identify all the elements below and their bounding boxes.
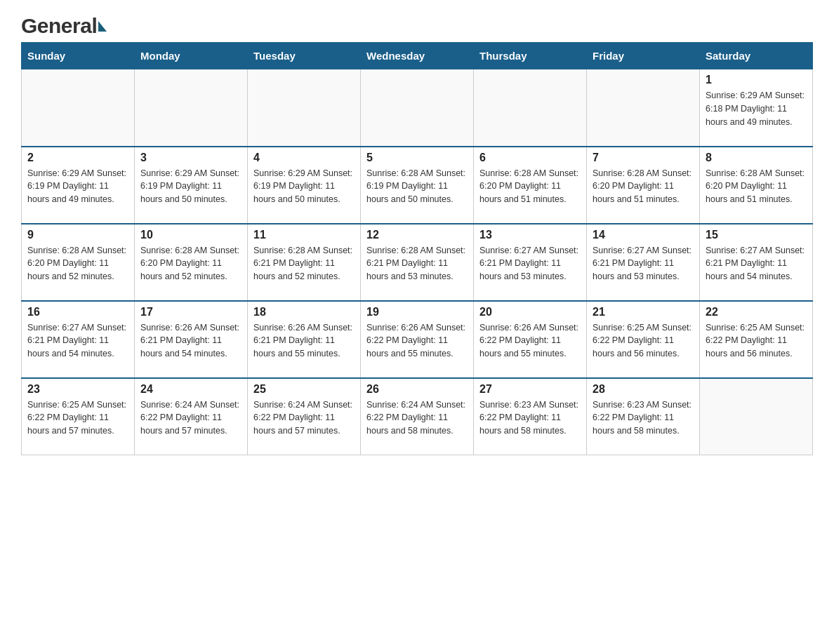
col-wednesday: Wednesday	[361, 43, 474, 69]
calendar-cell	[135, 69, 248, 147]
day-number: 20	[479, 306, 581, 318]
day-info: Sunrise: 6:25 AM Sunset: 6:22 PM Dayligh…	[593, 321, 694, 361]
day-number: 22	[706, 306, 807, 318]
day-number: 28	[593, 383, 694, 396]
calendar-cell: 2Sunrise: 6:29 AM Sunset: 6:19 PM Daylig…	[22, 147, 135, 224]
day-number: 5	[366, 152, 468, 164]
day-info: Sunrise: 6:28 AM Sunset: 6:20 PM Dayligh…	[140, 244, 241, 283]
day-number: 12	[366, 229, 468, 241]
day-info: Sunrise: 6:26 AM Sunset: 6:21 PM Dayligh…	[140, 321, 241, 361]
day-number: 26	[366, 383, 468, 396]
day-info: Sunrise: 6:28 AM Sunset: 6:20 PM Dayligh…	[27, 244, 128, 283]
calendar-cell: 28Sunrise: 6:23 AM Sunset: 6:22 PM Dayli…	[587, 378, 700, 455]
calendar-cell: 1Sunrise: 6:29 AM Sunset: 6:18 PM Daylig…	[700, 69, 813, 147]
calendar-cell: 24Sunrise: 6:24 AM Sunset: 6:22 PM Dayli…	[135, 378, 248, 455]
day-info: Sunrise: 6:29 AM Sunset: 6:19 PM Dayligh…	[27, 167, 128, 206]
day-info: Sunrise: 6:29 AM Sunset: 6:19 PM Dayligh…	[140, 167, 241, 206]
day-info: Sunrise: 6:26 AM Sunset: 6:22 PM Dayligh…	[479, 321, 581, 361]
calendar-row: 23Sunrise: 6:25 AM Sunset: 6:22 PM Dayli…	[22, 378, 813, 455]
day-number: 4	[253, 152, 355, 164]
day-number: 24	[140, 383, 241, 396]
day-number: 17	[140, 306, 241, 318]
calendar-cell: 20Sunrise: 6:26 AM Sunset: 6:22 PM Dayli…	[474, 301, 587, 378]
day-info: Sunrise: 6:26 AM Sunset: 6:21 PM Dayligh…	[253, 321, 355, 361]
calendar-cell: 22Sunrise: 6:25 AM Sunset: 6:22 PM Dayli…	[700, 301, 813, 378]
calendar-cell: 13Sunrise: 6:27 AM Sunset: 6:21 PM Dayli…	[474, 224, 587, 301]
calendar-cell: 6Sunrise: 6:28 AM Sunset: 6:20 PM Daylig…	[474, 147, 587, 224]
calendar-cell: 9Sunrise: 6:28 AM Sunset: 6:20 PM Daylig…	[22, 224, 135, 301]
day-info: Sunrise: 6:28 AM Sunset: 6:20 PM Dayligh…	[593, 167, 694, 206]
day-number: 18	[253, 306, 355, 318]
day-info: Sunrise: 6:27 AM Sunset: 6:21 PM Dayligh…	[593, 244, 694, 283]
col-tuesday: Tuesday	[248, 43, 361, 69]
calendar-header-row: Sunday Monday Tuesday Wednesday Thursday…	[22, 43, 813, 69]
logo-general-text: General	[21, 14, 107, 38]
day-number: 1	[706, 74, 807, 86]
calendar-cell: 4Sunrise: 6:29 AM Sunset: 6:19 PM Daylig…	[248, 147, 361, 224]
day-number: 2	[27, 152, 128, 164]
day-info: Sunrise: 6:27 AM Sunset: 6:21 PM Dayligh…	[27, 321, 128, 361]
calendar-row: 1Sunrise: 6:29 AM Sunset: 6:18 PM Daylig…	[22, 69, 813, 147]
day-number: 11	[253, 229, 355, 241]
calendar-row: 9Sunrise: 6:28 AM Sunset: 6:20 PM Daylig…	[22, 224, 813, 301]
day-number: 25	[253, 383, 355, 396]
col-saturday: Saturday	[700, 43, 813, 69]
calendar-cell: 11Sunrise: 6:28 AM Sunset: 6:21 PM Dayli…	[248, 224, 361, 301]
calendar-cell	[474, 69, 587, 147]
day-info: Sunrise: 6:28 AM Sunset: 6:20 PM Dayligh…	[706, 167, 807, 206]
calendar-row: 2Sunrise: 6:29 AM Sunset: 6:19 PM Daylig…	[22, 147, 813, 224]
calendar-cell	[22, 69, 135, 147]
calendar-cell: 12Sunrise: 6:28 AM Sunset: 6:21 PM Dayli…	[361, 224, 474, 301]
day-number: 13	[479, 229, 581, 241]
day-info: Sunrise: 6:26 AM Sunset: 6:22 PM Dayligh…	[366, 321, 468, 361]
calendar-cell: 10Sunrise: 6:28 AM Sunset: 6:20 PM Dayli…	[135, 224, 248, 301]
calendar-cell: 17Sunrise: 6:26 AM Sunset: 6:21 PM Dayli…	[135, 301, 248, 378]
day-info: Sunrise: 6:28 AM Sunset: 6:20 PM Dayligh…	[479, 167, 581, 206]
day-number: 6	[479, 152, 581, 164]
calendar-row: 16Sunrise: 6:27 AM Sunset: 6:21 PM Dayli…	[22, 301, 813, 378]
day-info: Sunrise: 6:29 AM Sunset: 6:18 PM Dayligh…	[706, 89, 807, 128]
calendar-cell: 25Sunrise: 6:24 AM Sunset: 6:22 PM Dayli…	[248, 378, 361, 455]
day-info: Sunrise: 6:24 AM Sunset: 6:22 PM Dayligh…	[366, 398, 468, 438]
day-info: Sunrise: 6:25 AM Sunset: 6:22 PM Dayligh…	[706, 321, 807, 361]
day-number: 14	[593, 229, 694, 241]
day-number: 27	[479, 383, 581, 396]
day-info: Sunrise: 6:27 AM Sunset: 6:21 PM Dayligh…	[479, 244, 581, 283]
col-sunday: Sunday	[22, 43, 135, 69]
calendar-cell: 14Sunrise: 6:27 AM Sunset: 6:21 PM Dayli…	[587, 224, 700, 301]
calendar-cell: 7Sunrise: 6:28 AM Sunset: 6:20 PM Daylig…	[587, 147, 700, 224]
col-monday: Monday	[135, 43, 248, 69]
day-info: Sunrise: 6:28 AM Sunset: 6:21 PM Dayligh…	[253, 244, 355, 283]
day-number: 21	[593, 306, 694, 318]
day-info: Sunrise: 6:25 AM Sunset: 6:22 PM Dayligh…	[27, 398, 128, 438]
calendar-cell: 16Sunrise: 6:27 AM Sunset: 6:21 PM Dayli…	[22, 301, 135, 378]
calendar-cell: 15Sunrise: 6:27 AM Sunset: 6:21 PM Dayli…	[700, 224, 813, 301]
calendar-cell: 18Sunrise: 6:26 AM Sunset: 6:21 PM Dayli…	[248, 301, 361, 378]
day-number: 9	[27, 229, 128, 241]
day-number: 16	[27, 306, 128, 318]
calendar-cell: 19Sunrise: 6:26 AM Sunset: 6:22 PM Dayli…	[361, 301, 474, 378]
day-number: 3	[140, 152, 241, 164]
calendar-cell: 21Sunrise: 6:25 AM Sunset: 6:22 PM Dayli…	[587, 301, 700, 378]
page-header: General	[21, 14, 813, 35]
calendar-cell	[361, 69, 474, 147]
calendar-cell	[700, 378, 813, 455]
day-number: 23	[27, 383, 128, 396]
day-info: Sunrise: 6:27 AM Sunset: 6:21 PM Dayligh…	[706, 244, 807, 283]
logo: General	[21, 14, 107, 35]
calendar-cell	[248, 69, 361, 147]
col-friday: Friday	[587, 43, 700, 69]
calendar-cell: 5Sunrise: 6:28 AM Sunset: 6:19 PM Daylig…	[361, 147, 474, 224]
calendar-cell: 3Sunrise: 6:29 AM Sunset: 6:19 PM Daylig…	[135, 147, 248, 224]
calendar-cell	[587, 69, 700, 147]
calendar-cell: 8Sunrise: 6:28 AM Sunset: 6:20 PM Daylig…	[700, 147, 813, 224]
day-number: 19	[366, 306, 468, 318]
day-info: Sunrise: 6:24 AM Sunset: 6:22 PM Dayligh…	[140, 398, 241, 438]
day-info: Sunrise: 6:24 AM Sunset: 6:22 PM Dayligh…	[253, 398, 355, 438]
day-number: 7	[593, 152, 694, 164]
day-info: Sunrise: 6:28 AM Sunset: 6:19 PM Dayligh…	[366, 167, 468, 206]
day-info: Sunrise: 6:29 AM Sunset: 6:19 PM Dayligh…	[253, 167, 355, 206]
day-number: 10	[140, 229, 241, 241]
day-number: 8	[706, 152, 807, 164]
calendar-cell: 27Sunrise: 6:23 AM Sunset: 6:22 PM Dayli…	[474, 378, 587, 455]
